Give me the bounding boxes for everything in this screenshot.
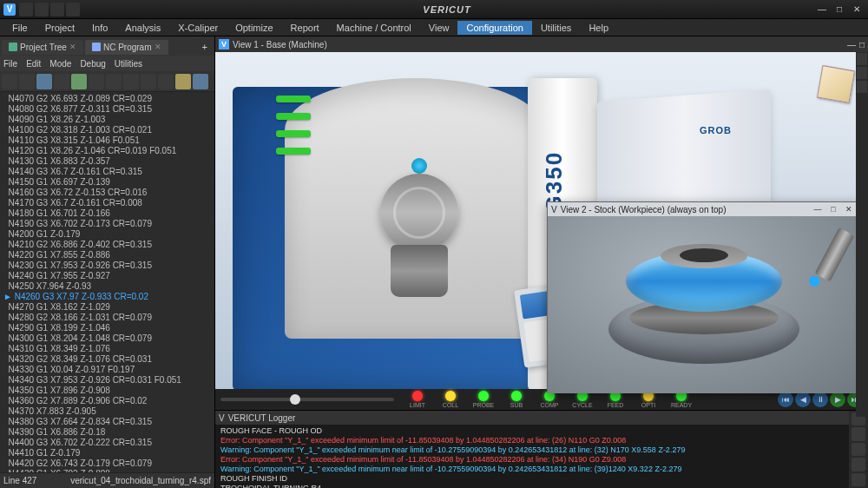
nc-line[interactable]: N4140 G3 X6.7 Z-0.161 CR=0.315 (3, 167, 211, 177)
nc-line[interactable]: N4130 G1 X6.883 Z-0.357 (3, 156, 211, 167)
pause-button[interactable]: ⏸ (812, 392, 828, 407)
nc-line[interactable]: ► N4260 G3 X7.97 Z-0.933 CR=0.02 (3, 292, 211, 302)
close-button[interactable]: ✕ (849, 3, 865, 16)
add-tab-button[interactable]: + (197, 42, 213, 52)
menu-analysis[interactable]: Analysis (116, 21, 169, 35)
nc-line[interactable]: N4270 G1 X8.162 Z-1.029 (3, 302, 211, 313)
menu-project[interactable]: Project (36, 21, 83, 35)
view-minimize-icon[interactable]: — (847, 40, 856, 49)
logger-body[interactable]: ROUGH FACE - ROUGH ODError: Component "Y… (215, 425, 849, 488)
menu-configuration[interactable]: Configuration (457, 21, 531, 35)
nc-line[interactable]: N4360 G2 X7.889 Z-0.906 CR=0.02 (3, 396, 211, 406)
minimize-button[interactable]: — (814, 3, 830, 16)
nc-line[interactable]: N4380 G3 X7.664 Z-0.834 CR=0.315 (3, 417, 211, 427)
log-clear-icon[interactable] (852, 443, 865, 456)
navigation-cube[interactable] (817, 65, 855, 103)
view-maximize-icon[interactable]: □ (859, 40, 865, 49)
log-filter-icon[interactable] (852, 427, 865, 440)
tb-run-icon[interactable] (71, 74, 87, 89)
nc-line[interactable]: N4170 G3 X6.7 Z-0.161 CR=0.008 (3, 198, 211, 208)
log-line[interactable]: Error: Component "Y_1_" exceeded minimum… (220, 436, 844, 445)
tb-save-icon[interactable] (19, 74, 35, 89)
tb-step-icon[interactable] (89, 74, 104, 89)
nc-line[interactable]: N4330 G1 X0.04 Z-0.917 F0.197 (3, 365, 211, 375)
tab-close-icon[interactable]: ✕ (155, 43, 161, 51)
menu-help[interactable]: Help (580, 21, 617, 35)
rewind-button[interactable]: ⏮ (778, 392, 793, 407)
nc-line[interactable]: N4290 G1 X8.199 Z-1.046 (3, 323, 211, 333)
log-settings-icon[interactable] (852, 473, 865, 486)
nc-line[interactable]: N4220 G1 X7.855 Z-0.886 (3, 250, 211, 260)
speed-slider[interactable] (220, 398, 394, 401)
nc-line[interactable]: N4370 X7.883 Z-0.905 (3, 406, 211, 417)
nc-line[interactable]: N4320 G2 X8.349 Z-1.076 CR=0.031 (3, 354, 211, 365)
nc-line[interactable]: N4080 G2 X6.877 Z-0.311 CR=0.315 (3, 104, 211, 115)
nc-line[interactable]: N4250 X7.964 Z-0.93 (3, 281, 211, 292)
nc-line[interactable]: N4350 G1 X7.896 Z-0.908 (3, 386, 211, 396)
rt-view-icon[interactable] (857, 53, 867, 65)
submenu-file[interactable]: File (3, 59, 17, 69)
log-line[interactable]: Warning: Component "Y_1_" exceeded minim… (220, 445, 844, 455)
qat-redo-icon[interactable] (66, 3, 80, 16)
qat-save-icon[interactable] (35, 3, 49, 16)
view2-header[interactable]: V View 2 - Stock (Workpiece) (always on … (548, 202, 858, 216)
log-line[interactable]: ROUGH FINISH ID (220, 474, 844, 484)
maximize-button[interactable]: □ (832, 3, 847, 16)
menu-view[interactable]: View (420, 21, 458, 35)
tab-project-tree[interactable]: Project Tree ✕ (2, 40, 83, 55)
nc-line[interactable]: N4090 G1 X8.26 Z-1.003 (3, 115, 211, 125)
tab-nc-program[interactable]: NC Program ✕ (85, 40, 168, 55)
view2-min-icon[interactable]: — (812, 204, 824, 214)
submenu-edit[interactable]: Edit (26, 59, 41, 69)
tb-settings-icon[interactable] (193, 74, 208, 89)
nc-line[interactable]: N4210 G2 X6.886 Z-0.402 CR=0.315 (3, 240, 211, 250)
nc-line[interactable]: N4300 G1 X8.204 Z-1.048 CR=0.079 (3, 333, 211, 344)
slider-thumb[interactable] (290, 394, 300, 405)
nc-line[interactable]: N4180 G1 X6.701 Z-0.166 (3, 208, 211, 219)
tb-print-icon[interactable] (54, 74, 69, 89)
view2-viewport[interactable] (548, 216, 858, 393)
nc-line[interactable]: N4400 G3 X6.702 Z-0.222 CR=0.315 (3, 438, 211, 448)
view2-close-icon[interactable]: ✕ (843, 204, 855, 214)
menu-report[interactable]: Report (282, 21, 328, 35)
qat-undo-icon[interactable] (50, 3, 64, 16)
nc-line[interactable]: N4310 G1 X8.349 Z-1.076 (3, 344, 211, 354)
menu-optimize[interactable]: Optimize (227, 21, 281, 35)
nc-line[interactable]: N4420 G2 X6.743 Z-0.179 CR=0.079 (3, 458, 211, 469)
view2-window[interactable]: V View 2 - Stock (Workpiece) (always on … (547, 201, 859, 392)
view2-max-icon[interactable]: □ (827, 204, 839, 214)
menu-info[interactable]: Info (83, 21, 116, 35)
nc-line[interactable]: N4230 G1 X7.953 Z-0.926 CR=0.315 (3, 260, 211, 271)
tb-goto-icon[interactable] (141, 74, 156, 89)
nc-line[interactable]: N4200 G1 Z-0.179 (3, 229, 211, 240)
nc-line[interactable]: N4070 G2 X6.693 Z-0.089 CR=0.029 (3, 94, 211, 104)
log-line[interactable]: TROCHOIDAL TURNING R4 (220, 484, 844, 488)
tb-stop-icon[interactable] (106, 74, 122, 89)
nc-line[interactable]: N4410 G1 Z-0.179 (3, 448, 211, 458)
nc-line[interactable]: N4160 G3 X6.72 Z-0.153 CR=0.016 (3, 188, 211, 198)
menu-machinecontrol[interactable]: Machine / Control (328, 21, 420, 35)
menu-file[interactable]: File (3, 21, 36, 35)
submenu-debug[interactable]: Debug (80, 59, 105, 69)
submenu-mode[interactable]: Mode (49, 59, 71, 69)
nc-line[interactable]: N4340 G3 X7.953 Z-0.926 CR=0.031 F0.051 (3, 375, 211, 386)
rt-section-icon[interactable] (857, 81, 867, 93)
nc-line[interactable]: N4110 G3 X8.315 Z-1.046 F0.051 (3, 135, 211, 146)
nc-line[interactable]: N4190 G3 X6.702 Z-0.173 CR=0.079 (3, 219, 211, 229)
play-button[interactable]: ▶ (830, 392, 845, 407)
tb-bookmark-icon[interactable] (158, 74, 174, 89)
menu-xcaliper[interactable]: X-Caliper (169, 21, 227, 35)
nc-line[interactable]: N4280 G2 X8.166 Z-1.031 CR=0.079 (3, 313, 211, 323)
rt-measure-icon[interactable] (857, 67, 867, 79)
nc-line[interactable]: N4240 G1 X7.955 Z-0.927 (3, 271, 211, 281)
nc-line[interactable]: N4390 G1 X6.886 Z-0.18 (3, 427, 211, 438)
nc-code-editor[interactable]: N4070 G2 X6.693 Z-0.089 CR=0.029 N4080 G… (0, 92, 214, 472)
log-line[interactable]: ROUGH FACE - ROUGH OD (220, 426, 844, 436)
menu-utilities[interactable]: Utilities (532, 21, 580, 35)
log-save-icon[interactable] (852, 458, 865, 471)
log-line[interactable]: Warning: Component "Y_1_" exceeded minim… (220, 465, 844, 474)
submenu-utilities[interactable]: Utilities (115, 59, 142, 69)
qat-open-icon[interactable] (19, 3, 33, 16)
tb-find-icon[interactable] (36, 74, 52, 89)
tb-open-icon[interactable] (2, 74, 17, 89)
